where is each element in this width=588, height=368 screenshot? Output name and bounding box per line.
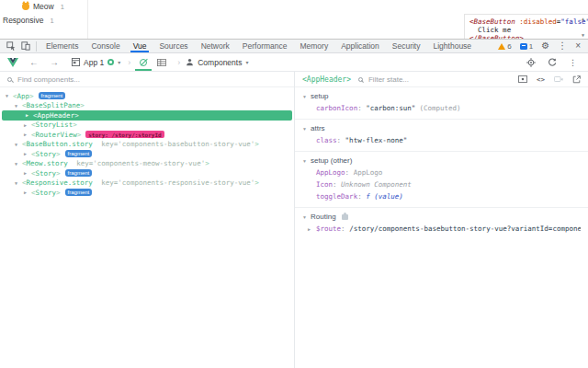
inspect-element-icon[interactable] xyxy=(4,40,18,52)
scroll-down-icon[interactable]: ▼ xyxy=(582,33,584,38)
filter-state-input[interactable] xyxy=(368,75,511,84)
components-inspector-icon xyxy=(140,59,147,66)
browser-page-area: Meow 1 Responsive 1 <BaseButton :disable… xyxy=(0,0,588,39)
devtools-tab-vue[interactable]: Vue xyxy=(127,40,153,52)
component-key-attr: key='components-basebutton-story-vue' xyxy=(97,140,255,148)
story-variant-count: 1 xyxy=(50,17,53,25)
warning-count: 6 xyxy=(507,42,511,51)
scroll-to-component-icon[interactable] xyxy=(518,75,527,83)
state-value: "htw-flex-none" xyxy=(345,136,408,144)
component-tag-name: AppHeader xyxy=(38,111,75,120)
state-colon: : xyxy=(337,136,345,144)
state-colon: : xyxy=(333,180,341,189)
component-key-attr: key='components-responsive-story-vue' xyxy=(97,178,255,187)
story-item-responsive[interactable]: Responsive 1 xyxy=(3,15,54,26)
tree-node-app[interactable]: ▼<App>fragment xyxy=(0,91,294,101)
expand-arrow-icon[interactable]: ▶ xyxy=(26,112,33,118)
tree-node-storylist[interactable]: ▶<StoryList> xyxy=(0,121,294,131)
tree-node-story[interactable]: ▶<Story>fragment xyxy=(0,168,294,178)
component-tag-name: Story xyxy=(36,169,57,178)
vue-devtools-toolbar: ← → App 1 ▾ › › Components ▾ ⋮ xyxy=(0,53,588,72)
tree-node-appheader[interactable]: ▶<AppHeader> xyxy=(2,110,292,121)
devtools-tab-memory[interactable]: Memory xyxy=(293,40,334,52)
collapse-arrow-icon[interactable]: ▼ xyxy=(302,214,311,220)
section-header[interactable]: ▼setup (other) xyxy=(295,156,588,165)
find-components-input[interactable] xyxy=(17,75,287,84)
render-code-icon[interactable] xyxy=(554,75,563,83)
tree-node-meow-story[interactable]: ▼<Meow.story key='components-meow-story-… xyxy=(0,159,294,169)
search-icon xyxy=(7,77,12,82)
tree-node-story[interactable]: ▶<Story>fragment xyxy=(0,149,294,159)
cat-emoji-icon xyxy=(22,3,29,10)
app-frame-icon xyxy=(72,58,80,66)
story-item-meow[interactable]: Meow 1 xyxy=(22,1,64,12)
tree-node-routerview[interactable]: ▶<RouterView>story: /story/:storyId xyxy=(0,130,294,140)
history-back-icon[interactable]: ← xyxy=(29,58,39,67)
close-devtools-icon[interactable]: × xyxy=(575,41,581,51)
state-key: Icon xyxy=(316,180,333,189)
expand-arrow-icon[interactable]: ▶ xyxy=(24,132,31,137)
collapse-arrow-icon[interactable]: ▼ xyxy=(15,142,22,147)
components-inspector-tab[interactable] xyxy=(133,53,153,71)
expand-arrow-icon[interactable]: ▶ xyxy=(308,226,316,232)
expand-arrow-icon[interactable]: ▶ xyxy=(24,151,31,156)
state-key: carbonIcon xyxy=(316,104,357,112)
collapse-arrow-icon[interactable]: ▼ xyxy=(302,126,311,132)
state-section-routing: ▼Routing▶$route: /story/components-baseb… xyxy=(295,208,588,239)
find-components-bar xyxy=(0,72,294,87)
state-item--route[interactable]: ▶$route: /story/components-basebutton-st… xyxy=(295,224,588,233)
select-component-target-icon[interactable] xyxy=(526,58,536,67)
vue-menu-dots-icon[interactable]: ⋮ xyxy=(569,58,577,67)
collapse-arrow-icon[interactable]: ▼ xyxy=(15,161,22,167)
devtools-tab-security[interactable]: Security xyxy=(386,40,427,52)
scroll-up-icon[interactable]: ▲ xyxy=(582,17,584,21)
collapse-arrow-icon[interactable]: ▼ xyxy=(302,94,311,99)
fragment-badge: fragment xyxy=(65,169,93,177)
devtools-tab-performance[interactable]: Performance xyxy=(236,40,294,52)
devtools-tab-network[interactable]: Network xyxy=(195,40,236,52)
devtools-tab-sources[interactable]: Sources xyxy=(153,40,194,52)
state-section-setup: ▼setupcarbonIcon: "carbon:sun"(Computed) xyxy=(295,87,588,120)
inspect-dom-icon[interactable]: <> xyxy=(537,75,545,84)
tree-node-basesplitpane[interactable]: ▼<BaseSplitPane> xyxy=(0,101,294,111)
open-in-editor-icon[interactable] xyxy=(572,75,581,84)
expand-arrow-icon[interactable]: ▶ xyxy=(24,190,31,195)
app-active-status-icon xyxy=(107,59,114,65)
devtools-tab-console[interactable]: Console xyxy=(85,40,126,52)
collapse-arrow-icon[interactable]: ▼ xyxy=(15,180,22,186)
history-forward-icon[interactable]: → xyxy=(50,58,59,67)
devtools-menu-icon[interactable]: ⋮ xyxy=(558,41,567,51)
code-tag: <BaseButton xyxy=(469,17,515,26)
section-header[interactable]: ▼setup xyxy=(295,92,588,100)
custom-inspector-grid-icon[interactable] xyxy=(153,53,170,71)
tree-node-responsive-story[interactable]: ▼<Responsive.story key='components-respo… xyxy=(0,178,294,189)
inspector-selector[interactable]: Components ▾ xyxy=(186,58,248,67)
tree-node-basebutton-story[interactable]: ▼<BaseButton.story key='components-baseb… xyxy=(0,140,294,150)
issues-badge[interactable]: 1 xyxy=(520,42,533,51)
code-line: <BaseButton :disabled="false"> xyxy=(469,17,577,26)
search-icon xyxy=(358,77,363,82)
plugin-puzzle-icon xyxy=(342,214,348,220)
tree-node-story[interactable]: ▶<Story>fragment xyxy=(0,188,294,198)
collapse-arrow-icon[interactable]: ▼ xyxy=(302,158,311,164)
fragment-badge: fragment xyxy=(65,189,93,196)
device-toolbar-icon[interactable] xyxy=(18,40,33,52)
section-title: attrs xyxy=(311,124,325,132)
devtools-tab-application[interactable]: Application xyxy=(334,40,386,52)
collapse-arrow-icon[interactable]: ▼ xyxy=(6,93,13,98)
settings-gear-icon[interactable]: ⚙ xyxy=(541,41,549,51)
app-selector[interactable]: App 1 ▾ xyxy=(72,58,120,67)
expand-arrow-icon[interactable]: ▶ xyxy=(24,170,31,176)
section-header[interactable]: ▼attrs xyxy=(295,124,588,132)
fragment-badge: fragment xyxy=(39,92,66,99)
expand-arrow-icon[interactable]: ▶ xyxy=(24,122,31,128)
state-value: AppLogo xyxy=(354,168,383,177)
collapse-arrow-icon[interactable]: ▼ xyxy=(15,103,22,109)
devtools-tab-elements[interactable]: Elements xyxy=(40,40,85,52)
code-scrollbar[interactable]: ▲ ▼ xyxy=(579,17,587,38)
devtools-tab-lighthouse[interactable]: Lighthouse xyxy=(427,40,479,52)
refresh-icon[interactable] xyxy=(548,58,557,67)
fragment-badge: fragment xyxy=(65,150,93,157)
section-header[interactable]: ▼Routing xyxy=(295,213,588,221)
warnings-badge[interactable]: 6 xyxy=(498,42,511,51)
